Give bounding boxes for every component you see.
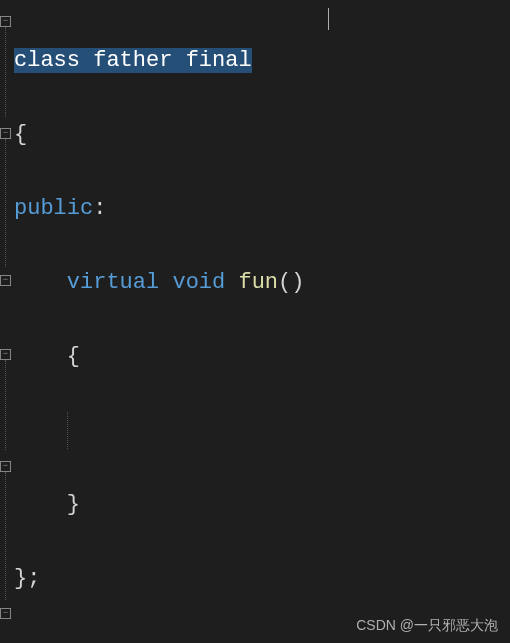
class-close: };: [14, 566, 40, 591]
code-line[interactable]: {: [14, 338, 510, 375]
keyword-void: void: [172, 270, 225, 295]
keyword-class: class: [14, 48, 80, 73]
fold-icon[interactable]: [0, 16, 11, 27]
fold-icon[interactable]: [0, 128, 11, 139]
code-area[interactable]: class father final { public: virtual voi…: [12, 0, 510, 643]
code-line[interactable]: class father final: [14, 42, 510, 79]
code-line[interactable]: virtual void fun(): [14, 264, 510, 301]
brace-open: {: [67, 344, 80, 369]
code-line[interactable]: [14, 634, 510, 643]
parens: (): [278, 270, 304, 295]
function-name: fun: [238, 270, 278, 295]
code-line[interactable]: [14, 412, 510, 449]
code-editor[interactable]: class father final { public: virtual voi…: [0, 0, 510, 643]
fold-icon[interactable]: [0, 275, 11, 286]
code-line[interactable]: {: [14, 116, 510, 153]
keyword-virtual: virtual: [67, 270, 159, 295]
fold-gutter: [0, 0, 12, 643]
class-name: father: [93, 48, 172, 73]
keyword-final: final: [186, 48, 252, 73]
code-line[interactable]: public:: [14, 190, 510, 227]
text-cursor-icon: [328, 8, 329, 30]
fold-icon[interactable]: [0, 608, 11, 619]
brace-open: {: [14, 122, 27, 147]
code-line[interactable]: }: [14, 486, 510, 523]
code-line[interactable]: };: [14, 560, 510, 597]
fold-icon[interactable]: [0, 349, 11, 360]
fold-icon[interactable]: [0, 461, 11, 472]
access-specifier: public: [14, 196, 93, 221]
brace-close: }: [67, 492, 80, 517]
watermark-text: CSDN @一只邪恶大泡: [356, 617, 498, 635]
